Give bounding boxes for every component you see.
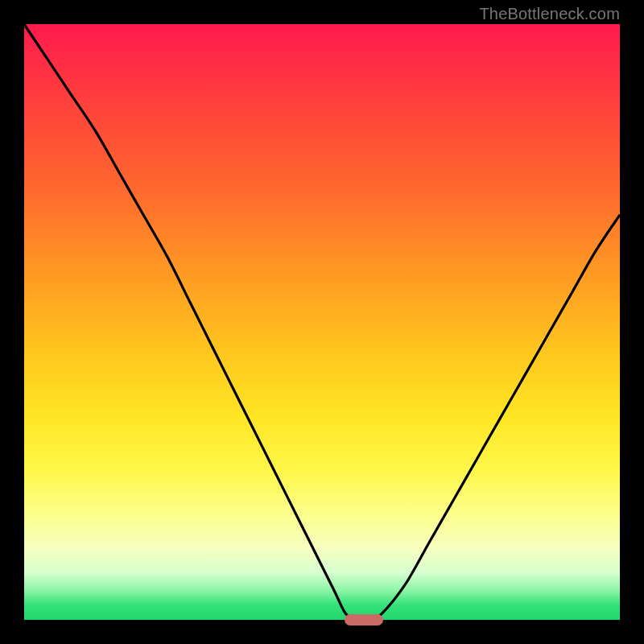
chart-frame: TheBottleneck.com (0, 0, 644, 644)
bottleneck-curve (24, 24, 620, 620)
attribution-text: TheBottleneck.com (479, 5, 620, 23)
optimal-point-marker (345, 614, 383, 625)
curve-path (24, 24, 620, 621)
plot-area (24, 24, 620, 620)
